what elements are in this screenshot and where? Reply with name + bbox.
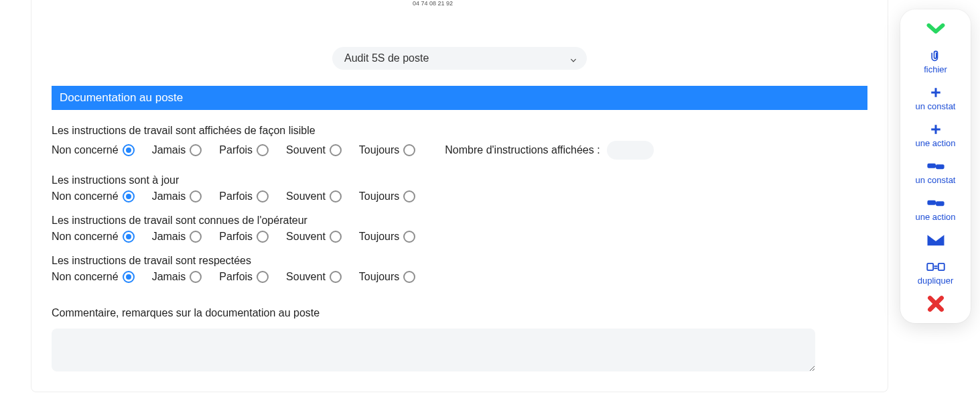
svg-rect-7 — [934, 268, 937, 269]
radio-option[interactable]: Parfois — [219, 144, 269, 156]
audit-type-selected: Audit 5S de poste — [344, 52, 429, 64]
radio-option[interactable]: Souvent — [286, 190, 342, 202]
radio-option[interactable]: Parfois — [219, 190, 269, 202]
radio-label: Jamais — [152, 190, 186, 202]
radio-option[interactable]: Toujours — [359, 231, 415, 243]
toolbar-add-action[interactable]: une action — [916, 122, 956, 148]
question-block: Les instructions de travail sont respect… — [52, 255, 867, 283]
logo-1-sub: 04 74 08 21 92 — [413, 0, 453, 7]
svg-rect-4 — [927, 264, 933, 270]
radio-option[interactable]: Souvent — [286, 271, 342, 283]
radio-label: Toujours — [359, 144, 399, 156]
radio-input[interactable] — [190, 190, 202, 202]
question-label: Les instructions de travail sont respect… — [52, 255, 867, 267]
svg-rect-5 — [938, 264, 944, 270]
extra-field-label: Nombre d'instructions affichées : — [445, 144, 600, 156]
svg-rect-3 — [936, 201, 944, 206]
radio-input[interactable] — [330, 231, 342, 243]
question-label: Les instructions sont à jour — [52, 174, 867, 186]
toolbar-mail[interactable] — [926, 233, 945, 249]
radio-input[interactable] — [257, 231, 269, 243]
radio-input[interactable] — [403, 271, 415, 283]
toolbar-file[interactable]: fichier — [924, 48, 947, 74]
radio-option[interactable]: Parfois — [219, 231, 269, 243]
radio-label: Parfois — [219, 144, 253, 156]
toolbar-label: une action — [916, 138, 956, 148]
radio-input[interactable] — [403, 190, 415, 202]
toolbar-add-constat[interactable]: un constat — [916, 85, 956, 111]
radio-label: Souvent — [286, 231, 326, 243]
radio-option[interactable]: Jamais — [152, 144, 202, 156]
radio-input[interactable] — [330, 144, 342, 156]
radio-option[interactable]: Toujours — [359, 271, 415, 283]
radio-label: Parfois — [219, 231, 253, 243]
toolbar-link-constat[interactable]: un constat — [916, 159, 956, 185]
radio-input[interactable] — [123, 271, 135, 283]
radio-label: Souvent — [286, 271, 326, 283]
toolbar-validate[interactable] — [926, 21, 945, 38]
plus-icon — [926, 122, 945, 137]
radio-input[interactable] — [190, 144, 202, 156]
question-block: Les instructions sont à jour Non concern… — [52, 174, 867, 202]
toolbar-label: une action — [916, 212, 956, 222]
radio-input[interactable] — [330, 190, 342, 202]
svg-rect-6 — [934, 266, 937, 267]
radio-input[interactable] — [257, 271, 269, 283]
radio-input[interactable] — [403, 231, 415, 243]
radio-input[interactable] — [403, 144, 415, 156]
toolbar-label: un constat — [916, 101, 956, 111]
radio-input[interactable] — [123, 144, 135, 156]
radio-option[interactable]: Toujours — [359, 190, 415, 202]
page-root: 04 74 08 21 92 Audit 5S de poste Documen… — [0, 0, 980, 409]
questions-container: Les instructions de travail sont affiché… — [31, 110, 888, 283]
radio-option[interactable]: Jamais — [152, 190, 202, 202]
link-icon — [926, 196, 945, 211]
radio-input[interactable] — [257, 144, 269, 156]
toolbar-label: un constat — [916, 175, 956, 185]
options-row: Non concerné Jamais Parfois Souvent — [52, 271, 867, 283]
radio-label: Parfois — [219, 190, 253, 202]
header-logos: 04 74 08 21 92 — [31, 0, 888, 7]
radio-option[interactable]: Non concerné — [52, 144, 135, 156]
radio-label: Toujours — [359, 190, 399, 202]
toolbar-delete[interactable] — [926, 296, 945, 312]
toolbar-link-action[interactable]: une action — [916, 196, 956, 222]
radio-label: Toujours — [359, 271, 399, 283]
options-row: Non concerné Jamais Parfois Souvent — [52, 231, 867, 243]
radio-input[interactable] — [123, 190, 135, 202]
radio-option[interactable]: Jamais — [152, 271, 202, 283]
radio-option[interactable]: Non concerné — [52, 231, 135, 243]
audit-type-select[interactable]: Audit 5S de poste — [332, 47, 587, 70]
question-label: Les instructions de travail sont affiché… — [52, 125, 867, 137]
radio-label: Parfois — [219, 271, 253, 283]
mail-icon — [926, 233, 945, 247]
radio-option[interactable]: Toujours — [359, 144, 415, 156]
radio-input[interactable] — [257, 190, 269, 202]
radio-label: Non concerné — [52, 144, 119, 156]
radio-input[interactable] — [330, 271, 342, 283]
section-title: Documentation au poste — [60, 91, 183, 104]
link-icon — [926, 159, 945, 174]
radio-label: Souvent — [286, 190, 326, 202]
toolbar-label: fichier — [924, 64, 947, 74]
instructions-count-input[interactable] — [607, 141, 654, 160]
question-block: Les instructions de travail sont connues… — [52, 215, 867, 243]
svg-rect-2 — [927, 200, 936, 205]
radio-option[interactable]: Souvent — [286, 231, 342, 243]
comment-textarea[interactable] — [52, 329, 815, 371]
radio-option[interactable]: Parfois — [219, 271, 269, 283]
radio-option[interactable]: Souvent — [286, 144, 342, 156]
side-toolbar: fichier un constat une action un constat — [900, 9, 971, 323]
radio-option[interactable]: Non concerné — [52, 271, 135, 283]
question-block: Les instructions de travail sont affiché… — [52, 125, 867, 160]
toolbar-duplicate[interactable]: dupliquer — [918, 259, 954, 286]
radio-option[interactable]: Jamais — [152, 231, 202, 243]
radio-option[interactable]: Non concerné — [52, 190, 135, 202]
radio-label: Non concerné — [52, 190, 119, 202]
check-icon — [926, 21, 945, 36]
radio-input[interactable] — [190, 231, 202, 243]
radio-label: Jamais — [152, 231, 186, 243]
plus-icon — [926, 85, 945, 100]
radio-input[interactable] — [123, 231, 135, 243]
radio-input[interactable] — [190, 271, 202, 283]
